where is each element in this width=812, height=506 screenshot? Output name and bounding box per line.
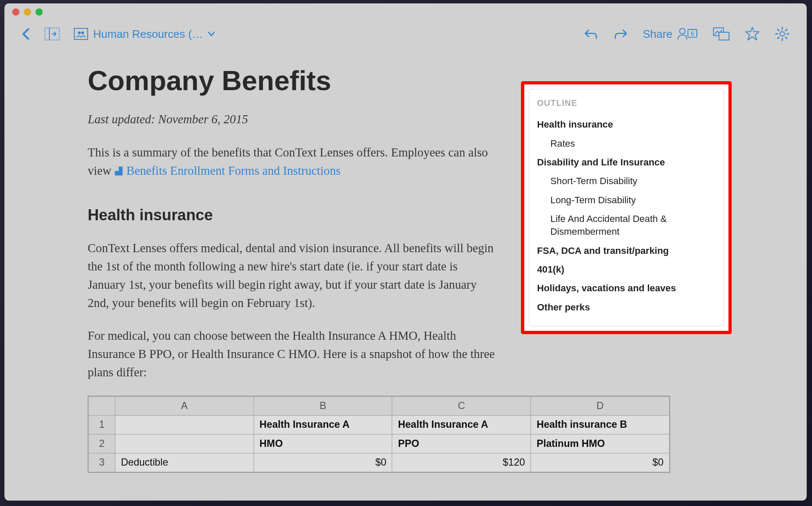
section-p2: For medical, you can choose between the … [88,327,498,381]
settings-button[interactable] [775,26,790,42]
table-row[interactable]: 3 Deductible $0 $120 $0 [88,453,669,472]
redo-button[interactable] [613,27,629,40]
svg-point-4 [680,28,685,34]
share-label: Share [643,28,673,40]
outline-highlight-box: OUTLINE Health insuranceRatesDisability … [521,81,732,334]
outline-item[interactable]: Long-Term Disability [537,191,715,210]
document-icon [114,166,123,176]
app-window: Human Resources (… Share 6 [4,3,806,500]
minimize-window-button[interactable] [24,8,31,15]
undo-button[interactable] [583,27,599,40]
svg-rect-11 [115,167,119,171]
outline-item[interactable]: Rates [537,134,715,153]
outline-item[interactable]: Disability and Life Insurance [537,154,715,172]
folder-people-icon [73,27,89,41]
table-row[interactable]: 2 HMO PPO Platinum HMO [88,434,669,453]
outline-title: OUTLINE [537,98,715,108]
outline-item[interactable]: 401(k) [537,260,715,279]
col-header-d[interactable]: D [531,397,670,415]
chevron-down-icon [207,31,215,37]
col-header-a[interactable]: A [115,397,254,415]
svg-text:6: 6 [691,30,694,37]
titlebar [4,3,806,20]
maximize-window-button[interactable] [36,8,43,15]
svg-point-9 [780,32,784,36]
col-header-c[interactable]: C [392,397,531,415]
svg-point-2 [78,31,81,34]
toolbar: Human Resources (… Share 6 [4,20,806,48]
benefits-enrollment-link[interactable]: Benefits Enrollment Forms and Instructio… [114,164,341,178]
outline-item[interactable]: Short-Term Disability [537,172,715,191]
svg-rect-8 [719,32,729,40]
close-window-button[interactable] [12,8,20,15]
back-button[interactable] [21,27,31,41]
outline-item[interactable]: Other perks [537,298,715,317]
intro-paragraph: This is a summary of the benefits that C… [88,143,498,180]
section-p1: ConText Lenses offers medical, dental an… [88,239,498,312]
sidebar-toggle-button[interactable] [44,27,60,41]
star-button[interactable] [744,26,760,42]
col-header-b[interactable]: B [254,397,392,415]
outline-item[interactable]: FSA, DCA and transit/parking [537,241,715,260]
share-button[interactable]: Share 6 [643,26,698,42]
images-button[interactable] [713,27,730,41]
breadcrumb-label: Human Resources (… [93,28,203,40]
link-text: Benefits Enrollment Forms and Instructio… [126,164,341,178]
svg-rect-1 [74,28,88,40]
outline-item[interactable]: Life And Accidental Death & Dismembermen… [537,210,715,241]
outline-item[interactable]: Health insurance [537,116,715,134]
outline-item[interactable]: Holidays, vacations and leaves [537,279,715,298]
share-count-icon: 6 [677,26,698,42]
plans-table[interactable]: A B C D 1 Health Insurance A Health Insu… [88,396,670,473]
outline-panel: OUTLINE Health insuranceRatesDisability … [529,89,724,327]
document-content: Company Benefits Last updated: November … [4,48,806,500]
svg-point-3 [81,31,84,34]
breadcrumb[interactable]: Human Resources (… [73,27,215,41]
table-row[interactable]: 1 Health Insurance A Health Insurance A … [88,415,669,434]
